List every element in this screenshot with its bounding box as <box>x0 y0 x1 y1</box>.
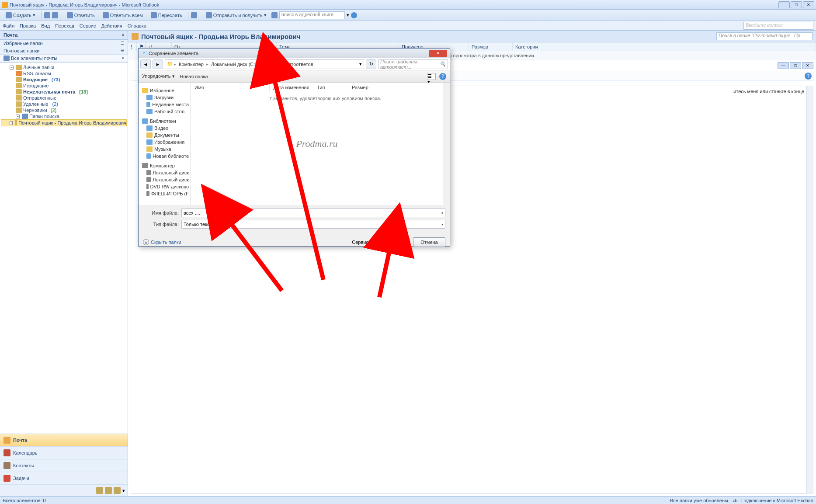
create-button[interactable]: Создать▾ <box>3 11 38 20</box>
col-modified[interactable]: Дата изменения <box>270 83 313 92</box>
minimize-button[interactable]: — <box>778 1 790 8</box>
msg-maximize-button[interactable]: □ <box>790 62 801 69</box>
dialog-search[interactable]: Поиск: шаблоны автоответ...🔍 <box>378 59 448 69</box>
menu-file[interactable]: Файл <box>3 23 14 28</box>
send-receive-button[interactable]: Отправить и получить▾ <box>203 11 270 20</box>
close-button[interactable]: ✕ <box>803 1 814 8</box>
nav-favorites[interactable]: Избранные папки☰ <box>0 40 128 47</box>
new-folder-button[interactable]: Новая папка <box>180 74 208 79</box>
question-box[interactable]: Введите вопрос <box>743 22 813 30</box>
dialog-close-button[interactable]: ✕ <box>429 50 447 57</box>
col-type[interactable]: Тип <box>313 83 348 92</box>
tree-outbox[interactable]: Исходящие <box>1 83 127 89</box>
status-connection-icon: 🖧 <box>733 498 738 503</box>
file-list[interactable]: Имя Дата изменения Тип Размер т элементо… <box>191 83 443 205</box>
col-size[interactable]: Размер <box>469 42 513 51</box>
tree-newlib[interactable]: Новая библиоте <box>139 153 191 160</box>
hide-folders-link[interactable]: ▲Скрыть папки <box>143 239 181 245</box>
tree-video[interactable]: Видео <box>139 125 191 132</box>
tree-junk[interactable]: Нежелательная почта [13] <box>1 89 127 95</box>
tree-personal-folders[interactable]: −Личные папки <box>1 64 127 70</box>
tree-drafts[interactable]: Черновики [2] <box>1 107 127 113</box>
nav-back-button[interactable]: ◄ <box>140 59 151 69</box>
tree-downloads[interactable]: Загрузки <box>139 94 191 101</box>
col-categories[interactable]: Категории <box>513 42 816 51</box>
nav-contacts-button[interactable]: Контакты <box>0 459 128 472</box>
menu-edit[interactable]: Правка <box>20 23 36 28</box>
delete-icon[interactable] <box>52 12 58 18</box>
tree-computer[interactable]: Компьютер <box>139 162 191 169</box>
tree-libraries[interactable]: Библиотеки <box>139 118 191 125</box>
maximize-button[interactable]: □ <box>791 1 802 8</box>
nav-mail-header[interactable]: Почта« <box>0 31 128 40</box>
menu-help[interactable]: Справка <box>128 23 146 28</box>
dialog-tree: Избранное Загрузки Недавние места Рабочи… <box>139 83 191 205</box>
folder-list-icon[interactable] <box>105 487 112 494</box>
save-as-dialog: 📧 Сохранение элемента ✕ ◄ ► 📁 ▸Компьютер… <box>138 48 450 247</box>
menu-view[interactable]: Вид <box>41 23 50 28</box>
filename-input[interactable]: всех ....▾ <box>181 209 445 217</box>
nav-tasks-button[interactable]: Задачи <box>0 472 128 485</box>
status-updated: Все папки уже обновлены. <box>670 498 729 503</box>
tree-mailbox[interactable]: +Почтовый ящик - Продьма Игорь Владимиро… <box>1 119 127 126</box>
view-button[interactable]: ☰ ▾ <box>427 73 436 80</box>
col-name[interactable]: Имя <box>191 83 270 92</box>
service-menu[interactable]: Сервис ▾ <box>352 240 374 245</box>
reply-all-button[interactable]: Ответить всем <box>100 11 146 20</box>
nav-mail-folders[interactable]: Почтовые папки☰ <box>0 47 128 55</box>
print-icon[interactable] <box>44 12 50 18</box>
tree-music[interactable]: Музыка <box>139 146 191 153</box>
find-icon[interactable] <box>271 12 278 18</box>
menu-actions[interactable]: Действия <box>101 23 122 28</box>
folder-search-box[interactable]: Поиск в папке "Почтовый ящик - Пр <box>716 32 813 40</box>
msg-minimize-button[interactable]: — <box>778 62 789 69</box>
col-icon[interactable]: ! <box>128 42 137 51</box>
tree-sent[interactable]: Отправленные <box>1 95 127 101</box>
dvd-icon <box>146 184 149 189</box>
cancel-button[interactable]: Отмена <box>413 237 445 247</box>
organize-button[interactable]: Упорядочить ▾ <box>142 73 175 79</box>
file-list-scrollbar[interactable] <box>443 83 450 205</box>
help-icon[interactable] <box>351 12 357 18</box>
nav-forward-button[interactable]: ► <box>153 59 163 69</box>
save-button[interactable]: Сохранить <box>377 237 410 247</box>
forward-button[interactable]: Переслать <box>148 11 185 20</box>
msg-close-button[interactable]: ✕ <box>802 62 813 69</box>
tree-images[interactable]: Изображения <box>139 139 191 146</box>
filetype-select[interactable]: Только текст▾ <box>181 220 445 229</box>
categorize-icon[interactable] <box>191 12 197 18</box>
desktop-icon <box>146 109 153 114</box>
breadcrumb[interactable]: 📁 ▸Компьютер ▸Локальный диск (C:) ▸шабло… <box>165 59 364 69</box>
nav-calendar-button[interactable]: Календарь <box>0 447 128 459</box>
refresh-button[interactable]: ↻ <box>366 59 376 69</box>
nav-all-items[interactable]: Все элементы почты▾ <box>0 55 128 62</box>
tree-deleted[interactable]: Удаленные (2) <box>1 101 127 107</box>
notes-icon[interactable] <box>96 487 103 494</box>
computer-icon <box>142 163 148 168</box>
col-size[interactable]: Размер <box>348 83 383 92</box>
dialog-help-icon[interactable]: ? <box>439 73 446 80</box>
shortcuts-icon[interactable] <box>114 487 121 494</box>
menu-go[interactable]: Переход <box>55 23 74 28</box>
tree-documents[interactable]: Документы <box>139 132 191 139</box>
tree-localc[interactable]: Локальный диск <box>139 169 191 176</box>
tree-inbox[interactable]: Входящие (73) <box>1 76 127 83</box>
tree-flash[interactable]: ФЛЕШ-ИГОРЬ (F <box>139 190 191 197</box>
message-help-icon[interactable]: ? <box>805 73 812 80</box>
mail-icon <box>3 437 10 444</box>
tree-recent[interactable]: Недавние места <box>139 101 191 108</box>
menu-service[interactable]: Сервис <box>80 23 96 28</box>
message-scrollbar[interactable] <box>806 86 813 494</box>
tree-favorites[interactable]: Избранное <box>139 87 191 94</box>
tree-search-folders[interactable]: +Папки поиска <box>1 113 127 119</box>
reply-button[interactable]: Ответить <box>64 11 98 20</box>
content-title: Почтовый ящик - Продьма Игорь Владимиров… <box>141 33 300 40</box>
address-book-search[interactable]: поиск в адресной книге <box>279 11 345 19</box>
nav-configure-icon[interactable]: ▾ <box>122 488 125 494</box>
nav-mail-button[interactable]: Почта <box>0 434 128 447</box>
folder-icon: 📁 <box>167 61 173 67</box>
tree-locald[interactable]: Локальный диск <box>139 176 191 183</box>
tree-rss[interactable]: RSS-каналы <box>1 70 127 76</box>
tree-dvd[interactable]: DVD RW дисково <box>139 183 191 190</box>
tree-desktop[interactable]: Рабочий стол <box>139 108 191 115</box>
